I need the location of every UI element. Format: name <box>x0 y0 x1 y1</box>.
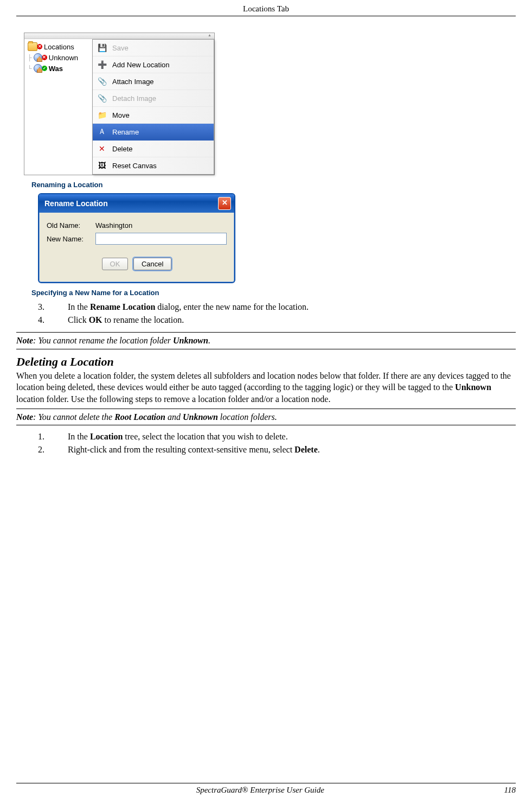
page-header: Locations Tab <box>16 0 516 16</box>
menu-label: Delete <box>112 145 133 153</box>
menu-item-reset[interactable]: 🖼 Reset Canvas <box>93 157 214 174</box>
cancel-button[interactable]: Cancel <box>133 258 171 270</box>
menu-item-save[interactable]: 💾 Save <box>93 40 214 56</box>
scrollbar-arrow-icon <box>24 33 214 39</box>
figure-caption: Specifying a New Name for a Location <box>31 289 516 297</box>
step-text: Click OK to rename the location. <box>68 314 184 326</box>
menu-label: Move <box>112 111 130 119</box>
menu-item-move[interactable]: 📁 Move <box>93 107 214 124</box>
figure-caption: Renaming a Location <box>31 181 516 189</box>
add-icon: ➕ <box>97 60 107 69</box>
save-icon: 💾 <box>97 43 107 53</box>
folder-icon <box>28 42 37 51</box>
tree-item-selected[interactable]: └ ✓ Was <box>28 63 92 74</box>
section-heading: Deleting a Location <box>16 355 516 369</box>
dialog-title: Rename Location <box>44 199 108 208</box>
location-icon <box>34 53 42 62</box>
close-icon[interactable]: ✕ <box>218 197 231 210</box>
menu-item-detach[interactable]: 📎 Detach Image <box>93 90 214 107</box>
note-block: Note: You cannot rename the location fol… <box>16 332 516 349</box>
step-text: In the Location tree, select the locatio… <box>68 431 288 443</box>
step-number: 3. <box>38 301 68 313</box>
step-text: Right-click and from the resulting conte… <box>68 444 320 456</box>
ok-badge-icon: ✓ <box>42 66 47 71</box>
menu-label: Save <box>112 44 129 52</box>
step-number: 2. <box>38 444 68 456</box>
tree-item-unknown[interactable]: ├ ✕ Unknown <box>28 52 92 63</box>
location-tree: ✕ Locations ├ ✕ Unknown └ ✓ Was <box>24 39 92 175</box>
tree-line-icon: └ <box>28 65 32 72</box>
menu-item-rename[interactable]: Ａ Rename <box>93 124 214 141</box>
menu-item-add[interactable]: ➕ Add New Location <box>93 56 214 73</box>
rename-dialog-figure: Rename Location ✕ Old Name: Washington N… <box>38 193 235 283</box>
dialog-titlebar: Rename Location ✕ <box>39 194 234 213</box>
context-menu-figure: ✕ Locations ├ ✕ Unknown └ ✓ Was <box>24 33 215 175</box>
reset-icon: 🖼 <box>97 161 107 170</box>
menu-item-attach[interactable]: 📎 Attach Image <box>93 73 214 90</box>
new-name-input[interactable] <box>95 233 227 245</box>
menu-item-delete[interactable]: ✕ Delete <box>93 141 214 157</box>
list-item: 1. In the Location tree, select the loca… <box>38 431 516 443</box>
location-icon <box>34 64 42 73</box>
step-list: 3. In the Rename Location dialog, enter … <box>38 301 516 326</box>
note-block: Note: You cannot delete the Root Locatio… <box>16 409 516 426</box>
menu-label: Reset Canvas <box>112 162 157 170</box>
delete-icon: ✕ <box>97 144 107 154</box>
footer-title: SpectraGuard® Enterprise User Guide <box>196 786 324 795</box>
menu-label: Attach Image <box>112 78 154 86</box>
step-number: 1. <box>38 431 68 443</box>
old-name-label: Old Name: <box>47 221 95 229</box>
new-name-label: New Name: <box>47 235 95 243</box>
old-name-value: Washington <box>95 221 132 229</box>
step-number: 4. <box>38 314 68 326</box>
attach-icon: 📎 <box>97 76 107 86</box>
tree-root[interactable]: ✕ Locations <box>28 41 92 52</box>
page-number: 118 <box>504 786 516 795</box>
step-list: 1. In the Location tree, select the loca… <box>38 431 516 455</box>
list-item: 3. In the Rename Location dialog, enter … <box>38 301 516 313</box>
error-badge-icon: ✕ <box>37 44 42 49</box>
ok-button[interactable]: OK <box>102 258 129 270</box>
list-item: 4. Click OK to rename the location. <box>38 314 516 326</box>
tree-label: Was <box>49 65 63 73</box>
error-badge-icon: ✕ <box>42 55 47 60</box>
rename-icon: Ａ <box>97 127 107 137</box>
detach-icon: 📎 <box>97 93 107 103</box>
tree-label: Unknown <box>49 54 78 62</box>
move-icon: 📁 <box>97 110 107 120</box>
step-text: In the Rename Location dialog, enter the… <box>68 301 309 313</box>
page-footer: SpectraGuard® Enterprise User Guide 118 <box>16 783 516 795</box>
tree-label: Locations <box>44 43 74 51</box>
menu-label: Rename <box>112 128 139 136</box>
list-item: 2. Right-click and from the resulting co… <box>38 444 516 456</box>
menu-label: Detach Image <box>112 94 156 103</box>
paragraph: When you delete a location folder, the s… <box>16 370 516 405</box>
context-menu: 💾 Save ➕ Add New Location 📎 Attach Image… <box>92 39 214 175</box>
menu-label: Add New Location <box>112 61 170 69</box>
tree-line-icon: ├ <box>28 54 32 61</box>
